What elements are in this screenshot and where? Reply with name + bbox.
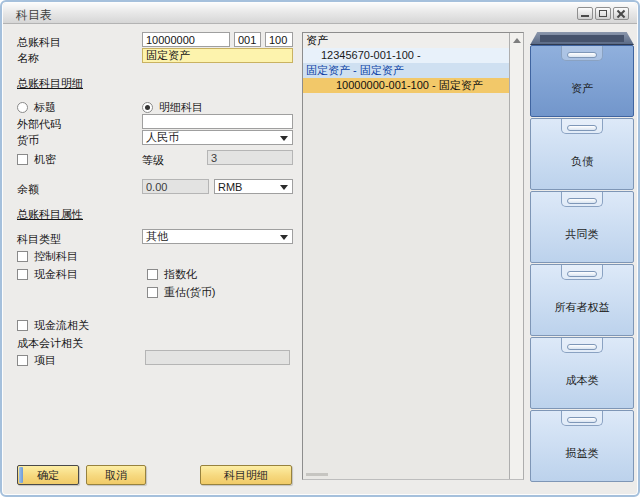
balance-currency-value: RMB: [218, 181, 242, 193]
gl-account-label: 总账科目: [17, 35, 61, 50]
currency-value: 人民币: [146, 130, 179, 145]
gl-properties-section-header: 总账科目属性: [17, 207, 83, 222]
radio-active-circle[interactable]: [142, 102, 153, 113]
external-code-input[interactable]: [142, 114, 293, 129]
cash-account-label: 现金科目: [34, 267, 78, 282]
maximize-button[interactable]: [595, 7, 611, 20]
tree-vertical-scrollbar[interactable]: [509, 33, 523, 479]
confidential-checkbox[interactable]: [17, 154, 28, 165]
project-label: 项目: [34, 353, 56, 368]
minimize-icon: [581, 15, 589, 17]
drawer-label: 损益类: [566, 446, 599, 461]
account-name-input[interactable]: [142, 48, 293, 63]
drawer-liabilities[interactable]: 负债: [530, 118, 634, 190]
account-details-button[interactable]: 科目明细: [200, 465, 292, 485]
drawer-label: 资产: [571, 81, 593, 96]
tree-row[interactable]: 12345670-001-100 -: [303, 48, 509, 63]
confidential-label: 机密: [34, 152, 56, 167]
cabinet-top-icon: [530, 32, 634, 45]
drawer-label: 成本类: [566, 373, 599, 388]
account-type-label: 科目类型: [17, 232, 61, 247]
account-type-value: 其他: [146, 229, 168, 244]
radio-active-account[interactable]: 明细科目: [142, 100, 203, 115]
project-checkbox[interactable]: [17, 355, 28, 366]
currency-dropdown[interactable]: 人民币: [142, 130, 293, 145]
drawer-handle-icon: [561, 119, 603, 134]
drawer-handle-icon: [561, 192, 603, 207]
tree-row-selected[interactable]: 10000000-001-100 - 固定资产: [303, 78, 509, 93]
maximize-icon: [599, 10, 607, 17]
drawer-handle-icon: [561, 46, 603, 61]
drawer-equity[interactable]: 所有者权益: [530, 264, 634, 336]
gl-details-section-header: 总账科目明细: [17, 76, 83, 91]
level-label: 等级: [142, 153, 164, 168]
window-title: 科目表: [16, 7, 52, 24]
minimize-button[interactable]: [577, 7, 593, 20]
account-details-button-label: 科目明细: [224, 468, 268, 483]
external-code-label: 外部代码: [17, 117, 61, 132]
ok-button[interactable]: 确定: [17, 465, 79, 485]
accounts-tree-panel: 资产 12345670-001-100 - 固定资产 - 固定资产 100000…: [302, 32, 524, 480]
balance-input: [142, 179, 209, 194]
chevron-down-icon: [280, 185, 288, 190]
currency-label: 货币: [17, 133, 39, 148]
drawer-label: 所有者权益: [555, 300, 610, 315]
revaluation-checkbox[interactable]: [147, 287, 158, 298]
name-label: 名称: [17, 51, 39, 66]
cash-flow-checkbox[interactable]: [17, 320, 28, 331]
drawer-assets[interactable]: 资产: [530, 45, 634, 117]
radio-title-circle[interactable]: [17, 102, 28, 113]
balance-currency-dropdown[interactable]: RMB: [214, 179, 293, 194]
drawer-common[interactable]: 共同类: [530, 191, 634, 263]
title-bar[interactable]: 科目表: [3, 3, 637, 24]
account-type-dropdown[interactable]: 其他: [142, 229, 293, 244]
drawer-label: 负债: [571, 154, 593, 169]
drawer-handle-icon: [561, 411, 603, 426]
drawer-handle-icon: [561, 338, 603, 353]
drawer-profit-loss[interactable]: 损益类: [530, 410, 634, 482]
cancel-button-label: 取消: [105, 468, 127, 483]
close-button[interactable]: [613, 7, 629, 20]
indexed-checkbox-row[interactable]: 指数化: [147, 267, 197, 282]
drawer-label: 共同类: [566, 227, 599, 242]
level-input: [207, 150, 293, 165]
indexed-label: 指数化: [164, 267, 197, 282]
chart-of-accounts-window: 科目表 总账科目 名称 总账科目明细 标题 明细科目 外部代码 货币: [0, 0, 640, 497]
confidential-checkbox-row[interactable]: 机密: [17, 152, 56, 167]
scroll-up-icon[interactable]: [513, 38, 521, 43]
cash-flow-label: 现金流相关: [34, 318, 89, 333]
revaluation-label: 重估(货币): [164, 285, 215, 300]
cost-accounting-label: 成本会计相关: [17, 336, 83, 351]
dialog-content: 总账科目 名称 总账科目明细 标题 明细科目 外部代码 货币 人民币 机密: [2, 24, 638, 495]
tree-header-assets[interactable]: 资产: [303, 33, 509, 48]
radio-title[interactable]: 标题: [17, 100, 56, 115]
control-account-checkbox-row[interactable]: 控制科目: [17, 249, 78, 264]
tree-horizontal-scroll-thumb[interactable]: [306, 473, 328, 476]
revaluation-checkbox-row[interactable]: 重估(货币): [147, 285, 215, 300]
project-input: [145, 350, 290, 365]
radio-active-label: 明细科目: [159, 100, 203, 115]
cash-account-checkbox[interactable]: [17, 269, 28, 280]
account-drawers-cabinet: 资产 负债 共同类 所有者权益 成本类 损益类: [530, 32, 634, 480]
cash-account-checkbox-row[interactable]: 现金科目: [17, 267, 78, 282]
drawer-handle-icon: [561, 265, 603, 280]
chevron-down-icon: [280, 136, 288, 141]
indexed-checkbox[interactable]: [147, 269, 158, 280]
balance-label: 余额: [17, 182, 39, 197]
cancel-button[interactable]: 取消: [86, 465, 146, 485]
gl-account-segment2-input[interactable]: [265, 32, 293, 47]
control-account-label: 控制科目: [34, 249, 78, 264]
gl-account-segment1-input[interactable]: [234, 32, 261, 47]
chevron-down-icon: [280, 235, 288, 240]
tree-row[interactable]: 固定资产 - 固定资产: [303, 63, 509, 78]
ok-button-label: 确定: [37, 468, 59, 483]
radio-title-label: 标题: [34, 100, 56, 115]
gl-account-code-input[interactable]: [142, 32, 230, 47]
project-checkbox-row[interactable]: 项目: [17, 353, 56, 368]
default-button-accent: [19, 467, 23, 483]
drawer-cost[interactable]: 成本类: [530, 337, 634, 409]
cash-flow-checkbox-row[interactable]: 现金流相关: [17, 318, 89, 333]
control-account-checkbox[interactable]: [17, 251, 28, 262]
